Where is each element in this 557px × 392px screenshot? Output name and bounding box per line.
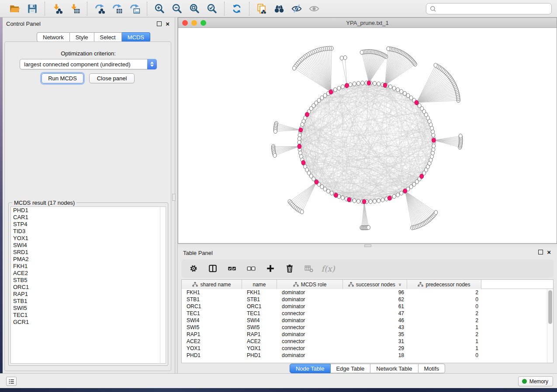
tab-motifs[interactable]: Motifs	[418, 364, 445, 373]
float-window-icon[interactable]	[157, 21, 162, 26]
table-cell: SWI4	[242, 317, 277, 324]
select-all-rows-icon[interactable]	[226, 262, 238, 275]
column-header-name[interactable]: name	[242, 280, 277, 289]
list-icon	[8, 378, 15, 385]
memory-button[interactable]: Memory	[518, 376, 553, 386]
save-session-icon[interactable]	[24, 1, 41, 16]
mcds-result-item: PMA2	[11, 256, 160, 263]
table-scrollbar-thumb[interactable]	[548, 290, 552, 324]
horizontal-splitter[interactable]	[178, 244, 557, 247]
toolbar-group	[87, 2, 147, 16]
table-row[interactable]: RAP1RAP1dominator352	[182, 331, 553, 338]
tab-mcds[interactable]: MCDS	[122, 32, 150, 42]
tab-network-table[interactable]: Network Table	[370, 364, 418, 373]
table-row[interactable]: FKH1FKH1dominator962	[182, 289, 553, 296]
table-cell: RAP1	[242, 331, 277, 338]
table-toolbar: f(x)	[181, 259, 554, 278]
show-all-icon[interactable]	[305, 1, 323, 16]
table-row[interactable]: ORC1ORC1dominator610	[182, 303, 553, 310]
tab-select[interactable]: Select	[94, 32, 122, 42]
table-cell: 1	[407, 345, 481, 352]
control-panel-title: Control Panel	[6, 21, 41, 27]
mcds-result-scrollbar[interactable]	[160, 206, 166, 364]
select-stepper-icon	[147, 59, 157, 69]
first-neighbors-icon[interactable]	[270, 1, 288, 16]
import-network-icon[interactable]	[48, 1, 66, 16]
mcds-tab-content: Optimization criterion: largest connecte…	[4, 41, 171, 371]
toolbar-group	[45, 2, 87, 16]
import-table-icon[interactable]	[66, 1, 83, 16]
mcds-result-item: STB5	[11, 277, 160, 284]
table-cell: dominator	[277, 296, 343, 303]
zoom-in-icon[interactable]	[151, 1, 168, 16]
close-panel-icon[interactable]: ×	[547, 250, 551, 254]
float-window-icon[interactable]	[538, 250, 543, 254]
table-cell: connector	[277, 345, 343, 352]
zoom-out-icon[interactable]	[168, 1, 186, 16]
search-input[interactable]	[437, 4, 551, 14]
new-network-from-selection-icon[interactable]	[253, 1, 270, 16]
table-cell: 2	[407, 289, 481, 296]
table-row[interactable]: ACE2ACE2connector311	[182, 338, 553, 345]
column-header-MCDS-role[interactable]: MCDS role	[277, 280, 343, 289]
network-canvas[interactable]	[178, 28, 557, 243]
close-panel-icon[interactable]: ×	[166, 21, 170, 26]
mcds-result-item: STB1	[11, 298, 160, 305]
table-cell: PHD1	[242, 352, 277, 359]
mcds-result-item: RAP1	[11, 291, 160, 298]
tab-style[interactable]: Style	[70, 32, 94, 42]
table-cell: dominator	[277, 352, 343, 359]
table-cell: STB1	[242, 296, 277, 303]
column-header-predecessor-nodes[interactable]: predecessor nodes	[407, 280, 481, 289]
table-row[interactable]: SWI4SWI4dominator462	[182, 317, 553, 324]
vertical-splitter[interactable]	[175, 17, 178, 373]
tab-node-table[interactable]: Node Table	[290, 364, 331, 373]
refresh-view-icon[interactable]	[228, 1, 246, 16]
add-column-icon[interactable]	[264, 262, 277, 275]
table-cell: ORC1	[182, 303, 242, 310]
table-cell: 31	[343, 338, 407, 345]
table-row[interactable]: STB1STB1dominator620	[182, 296, 553, 303]
table-cell: YOX1	[242, 345, 277, 352]
table-cell: dominator	[277, 289, 343, 296]
tab-network[interactable]: Network	[37, 32, 70, 42]
table-cell: 43	[343, 324, 407, 331]
table-cell: FKH1	[242, 289, 277, 296]
table-cell: 62	[343, 296, 407, 303]
close-panel-button[interactable]: Close panel	[89, 73, 135, 83]
table-cell: 29	[343, 345, 407, 352]
mcds-result-item: STP4	[11, 221, 160, 228]
table-cell: dominator	[277, 331, 343, 338]
table-cell: 0	[407, 352, 481, 359]
table-panel: Table Panel × f(x) shared namename MCDS …	[178, 247, 557, 373]
hide-selected-icon[interactable]	[288, 1, 305, 16]
deselect-all-rows-icon[interactable]	[245, 262, 257, 275]
show-panels-list-button[interactable]	[6, 377, 17, 386]
tab-edge-table[interactable]: Edge Table	[330, 364, 370, 373]
open-file-icon[interactable]	[6, 1, 24, 16]
table-row[interactable]: YOX1YOX1connector291	[182, 345, 553, 352]
criterion-select[interactable]: largest connected component (undirected)	[20, 59, 157, 69]
mcds-result-list[interactable]: PHD1CAR1STP4TID3YOX1SWI4SRD1PMA2FKH1ACE2…	[10, 206, 161, 364]
table-cell: RAP1	[182, 331, 242, 338]
vertical-splitter-grip[interactable]	[172, 194, 176, 201]
column-header-successor-nodes[interactable]: successor nodes∨	[343, 280, 407, 289]
mcds-result-item: CAR1	[11, 214, 160, 221]
export-network-icon[interactable]	[91, 1, 108, 16]
zoom-selected-icon[interactable]	[203, 1, 221, 16]
zoom-fit-icon[interactable]	[186, 1, 203, 16]
table-row[interactable]: PHD1PHD1dominator180	[182, 352, 553, 359]
table-cell: connector	[277, 338, 343, 345]
table-row[interactable]: SWI5SWI5connector431	[182, 324, 553, 331]
delete-column-icon[interactable]	[284, 262, 296, 275]
mcds-result-item: SWI4	[11, 242, 160, 249]
column-selector-icon[interactable]	[207, 262, 219, 275]
table-settings-icon[interactable]	[187, 262, 200, 275]
export-table-icon[interactable]	[108, 1, 126, 16]
column-header-shared-name[interactable]: shared name	[182, 280, 242, 289]
run-mcds-button[interactable]: Run MCDS	[42, 73, 83, 83]
export-image-icon[interactable]	[126, 1, 143, 16]
mcds-result-item: SWI5	[11, 305, 160, 312]
table-row[interactable]: TEC1TEC1connector472	[182, 310, 553, 317]
table-scrollbar[interactable]	[547, 289, 553, 363]
